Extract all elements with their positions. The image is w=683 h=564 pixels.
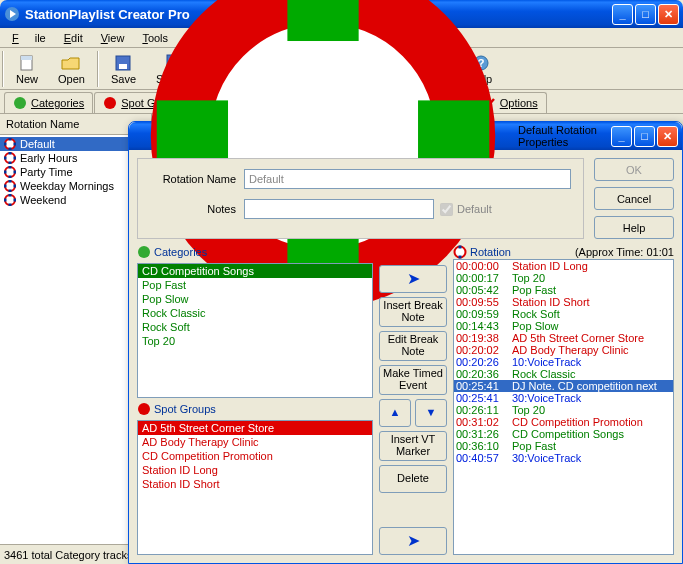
- new-icon: [18, 53, 36, 73]
- svg-rect-49: [4, 185, 7, 188]
- default-checkbox[interactable]: [440, 203, 453, 216]
- svg-rect-32: [9, 138, 12, 141]
- rotation-row-name: Station ID Long: [512, 260, 588, 272]
- dialog-titlebar: Default Rotation Properties _ □ ✕: [129, 122, 682, 150]
- minimize-button[interactable]: _: [612, 4, 633, 25]
- spot-group-item[interactable]: AD Body Therapy Clinic: [138, 435, 372, 449]
- rotation-row[interactable]: 00:00:00Station ID Long: [454, 260, 673, 272]
- rotation-row-name: AD Body Therapy Clinic: [512, 344, 629, 356]
- rotation-item-icon: [4, 194, 16, 206]
- dialog-minimize-button[interactable]: _: [611, 126, 632, 147]
- dialog-maximize-button[interactable]: □: [634, 126, 655, 147]
- edit-break-note-button[interactable]: Edit Break Note: [379, 331, 447, 361]
- rotation-row[interactable]: 00:09:59Rock Soft: [454, 308, 673, 320]
- svg-rect-35: [14, 143, 17, 146]
- menu-edit[interactable]: Edit: [56, 30, 91, 46]
- category-item[interactable]: Top 20: [138, 334, 372, 348]
- svg-marker-4: [62, 58, 79, 69]
- rotation-row[interactable]: 00:20:02AD Body Therapy Clinic: [454, 344, 673, 356]
- rotation-item-label: Default: [20, 138, 55, 150]
- category-item[interactable]: Rock Classic: [138, 306, 372, 320]
- svg-rect-45: [14, 171, 17, 174]
- save-icon: [114, 53, 132, 73]
- rotation-name-label: Rotation Name: [150, 173, 244, 185]
- notes-input[interactable]: [244, 199, 434, 219]
- rotation-name-input[interactable]: [244, 169, 571, 189]
- help-button[interactable]: Help: [594, 216, 674, 239]
- category-item[interactable]: Pop Slow: [138, 292, 372, 306]
- svg-rect-37: [9, 152, 12, 155]
- rotation-icon: [453, 245, 467, 259]
- status-text: 3461 total Category tracks: [4, 549, 132, 561]
- rotation-row-name: 30:VoiceTrack: [512, 452, 581, 464]
- rotation-row[interactable]: 00:20:2610:VoiceTrack: [454, 356, 673, 368]
- app-icon: [4, 6, 20, 22]
- maximize-button[interactable]: □: [635, 4, 656, 25]
- rotation-row[interactable]: 00:25:4130:VoiceTrack: [454, 392, 673, 404]
- spot-group-item[interactable]: Station ID Long: [138, 463, 372, 477]
- rotation-row[interactable]: 00:14:43Pop Slow: [454, 320, 673, 332]
- insert-vt-marker-button[interactable]: Insert VT Marker: [379, 431, 447, 461]
- rotation-row-time: 00:31:02: [456, 416, 512, 428]
- menu-file[interactable]: File: [4, 30, 54, 46]
- move-up-button[interactable]: ▲: [379, 399, 411, 427]
- svg-rect-43: [9, 176, 12, 179]
- svg-rect-33: [9, 148, 12, 151]
- categories-header: Categories: [137, 245, 373, 259]
- spot-group-item[interactable]: CD Competition Promotion: [138, 449, 372, 463]
- rotation-item-icon: [4, 180, 16, 192]
- category-item[interactable]: CD Competition Songs: [138, 264, 372, 278]
- rotation-item-label: Party Time: [20, 166, 73, 178]
- spot-group-item[interactable]: Station ID Short: [138, 477, 372, 491]
- insert-spot-button[interactable]: ➤: [379, 527, 447, 555]
- svg-rect-3: [21, 56, 32, 60]
- rotation-row[interactable]: 00:00:17Top 20: [454, 272, 673, 284]
- dialog-close-button[interactable]: ✕: [657, 126, 678, 147]
- rotation-row[interactable]: 00:36:10Pop Fast: [454, 440, 673, 452]
- rotation-row-time: 00:36:10: [456, 440, 512, 452]
- delete-button[interactable]: Delete: [379, 465, 447, 493]
- rotation-row-name: Top 20: [512, 404, 545, 416]
- insert-category-button[interactable]: ➤: [379, 265, 447, 293]
- rotation-row-name: DJ Note. CD competition next: [512, 380, 657, 392]
- open-icon: [61, 53, 81, 73]
- menu-view[interactable]: View: [93, 30, 133, 46]
- rotation-row-time: 00:19:38: [456, 332, 512, 344]
- rotation-row-name: Pop Fast: [512, 440, 556, 452]
- insert-break-note-button[interactable]: Insert Break Note: [379, 297, 447, 327]
- category-item[interactable]: Pop Fast: [138, 278, 372, 292]
- rotation-row[interactable]: 00:40:5730:VoiceTrack: [454, 452, 673, 464]
- category-item[interactable]: Rock Soft: [138, 320, 372, 334]
- rotation-row[interactable]: 00:20:36Rock Classic: [454, 368, 673, 380]
- rotation-row-name: Top 20: [512, 272, 545, 284]
- rotation-row[interactable]: 00:09:55Station ID Short: [454, 296, 673, 308]
- tool-open[interactable]: Open: [48, 51, 95, 87]
- categories-listbox[interactable]: CD Competition SongsPop FastPop SlowRock…: [137, 263, 373, 398]
- tab-categories[interactable]: Categories: [4, 92, 93, 113]
- tool-new[interactable]: New: [6, 51, 48, 87]
- rotation-item-label: Early Hours: [20, 152, 77, 164]
- rotation-item-icon: [4, 138, 16, 150]
- rotation-row-name: 10:VoiceTrack: [512, 356, 581, 368]
- move-down-button[interactable]: ▼: [415, 399, 447, 427]
- rotation-properties-dialog: Default Rotation Properties _ □ ✕ Rotati…: [128, 121, 683, 564]
- make-timed-event-button[interactable]: Make Timed Event: [379, 365, 447, 395]
- close-button[interactable]: ✕: [658, 4, 679, 25]
- svg-point-19: [104, 97, 116, 109]
- rotation-row[interactable]: 00:19:38AD 5th Street Corner Store: [454, 332, 673, 344]
- ok-button[interactable]: OK: [594, 158, 674, 181]
- spot-groups-icon: [137, 402, 151, 416]
- rotation-row-time: 00:31:26: [456, 428, 512, 440]
- rotation-row[interactable]: 00:31:02CD Competition Promotion: [454, 416, 673, 428]
- svg-rect-47: [9, 180, 12, 183]
- rotation-row[interactable]: 00:05:42Pop Fast: [454, 284, 673, 296]
- rotation-row[interactable]: 00:26:11Top 20: [454, 404, 673, 416]
- spot-groups-listbox[interactable]: AD 5th Street Corner StoreAD Body Therap…: [137, 420, 373, 555]
- categories-icon: [137, 245, 151, 259]
- svg-rect-34: [4, 143, 7, 146]
- rotation-row[interactable]: 00:31:26CD Competition Songs: [454, 428, 673, 440]
- cancel-button[interactable]: Cancel: [594, 187, 674, 210]
- rotation-grid[interactable]: 00:00:00Station ID Long00:00:17Top 2000:…: [453, 259, 674, 555]
- rotation-row[interactable]: 00:25:41DJ Note. CD competition next: [454, 380, 673, 392]
- spot-group-item[interactable]: AD 5th Street Corner Store: [138, 421, 372, 435]
